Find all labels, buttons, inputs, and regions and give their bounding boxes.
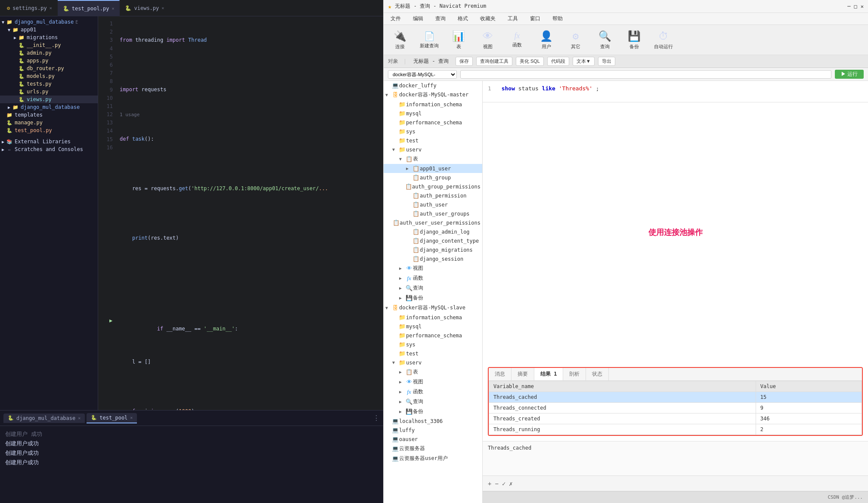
- confirm-btn[interactable]: ✓: [502, 480, 505, 487]
- tool-connect[interactable]: 🔌 连接: [388, 28, 412, 52]
- tab-views[interactable]: 🐍 views.py ✕: [120, 0, 170, 16]
- nav-tree-functions-section[interactable]: ▶ fx 函数: [384, 273, 482, 283]
- nav-tree-oauser[interactable]: 💻 oauser: [384, 435, 482, 444]
- nav-tree-slave-test[interactable]: 📁 test: [384, 349, 482, 358]
- nav-tree-info-schema[interactable]: 📁 information_schema: [384, 100, 482, 109]
- tree-manage[interactable]: 🐍 manage.py: [0, 119, 98, 127]
- tree-apps[interactable]: 🐍 apps.py: [0, 57, 98, 65]
- minimize-icon[interactable]: ─: [847, 3, 850, 9]
- menu-query[interactable]: 查询: [433, 14, 448, 23]
- sql-editor[interactable]: 1 show status like 'Threads%' ;: [483, 81, 868, 102]
- tree-models[interactable]: 🐍 models.py: [0, 72, 98, 80]
- nav-tree-slave-functions[interactable]: ▶ fx 函数: [384, 387, 482, 397]
- bottom-tab-django[interactable]: 🐍 django_mul_database ✕: [3, 414, 85, 423]
- nav-tree-slave-userv[interactable]: ▼ 📁 userv: [384, 358, 482, 367]
- nav-tree-auth-user-groups[interactable]: 📋 auth_user_groups: [384, 209, 482, 218]
- tree-admin[interactable]: 🐍 admin.py: [0, 49, 98, 57]
- tree-tests[interactable]: 🐍 tests.py: [0, 80, 98, 88]
- tree-urls[interactable]: 🐍 urls.py: [0, 88, 98, 96]
- nav-tree-sys[interactable]: 📁 sys: [384, 127, 482, 136]
- query-builder-btn[interactable]: 查询创建工具: [476, 57, 512, 66]
- export-btn[interactable]: 导出: [598, 57, 615, 66]
- add-row-btn[interactable]: +: [488, 480, 491, 487]
- search-input[interactable]: [460, 70, 831, 79]
- menu-tools[interactable]: 工具: [505, 14, 521, 23]
- result-tab-message[interactable]: 消息: [489, 368, 512, 380]
- result-tab-result1[interactable]: 结果 1: [534, 368, 563, 380]
- bottom-tab-testpool[interactable]: 🐍 test_pool ✕: [87, 413, 137, 423]
- nav-tree-auth-group-perm[interactable]: 📋 auth_group_permissions: [384, 182, 482, 191]
- tree-templates[interactable]: 📁 templates: [0, 111, 98, 119]
- nav-tree-backup-section[interactable]: ▶ 💾 备份: [384, 293, 482, 303]
- more-options-icon[interactable]: ⋮: [373, 414, 380, 422]
- nav-tree-django-ct[interactable]: 📋 django_content_type: [384, 236, 482, 245]
- nav-tree-slave-tables[interactable]: ▶ 📋 表: [384, 367, 482, 377]
- table-row[interactable]: Threads_created 346: [489, 414, 862, 424]
- close-testpool-tab[interactable]: ✕: [112, 6, 114, 11]
- nav-tree-mysql[interactable]: 📁 mysql: [384, 109, 482, 118]
- nav-tree-tables-section[interactable]: ▼ 📋 表: [384, 154, 482, 164]
- tool-autorun[interactable]: ⏱ 自动运行: [651, 28, 676, 52]
- table-row[interactable]: Threads_cached 15: [489, 392, 862, 403]
- nav-tree-slave-info-schema[interactable]: 📁 information_schema: [384, 313, 482, 322]
- tree-scratches[interactable]: ▶ ✏ Scratches and Consoles: [0, 145, 98, 153]
- close-settings-tab[interactable]: ✕: [50, 6, 52, 10]
- table-row[interactable]: Threads_running 2: [489, 424, 862, 435]
- nav-tree-queries-section[interactable]: ▶ 🔍 查询: [384, 283, 482, 293]
- nav-tree-slave-views[interactable]: ▶ 👁 视图: [384, 377, 482, 387]
- menu-file[interactable]: 文件: [388, 14, 403, 23]
- result-tab-profile[interactable]: 剖析: [563, 368, 586, 380]
- close-testpool-bottom-tab[interactable]: ✕: [130, 415, 133, 420]
- nav-tree-app01-user[interactable]: ▶ 📋 app01_user: [384, 164, 482, 173]
- tool-view[interactable]: 👁 视图: [476, 28, 500, 52]
- nav-tree-test[interactable]: 📁 test: [384, 136, 482, 145]
- tab-settings[interactable]: ⚙ settings.py ✕: [2, 0, 58, 16]
- menu-favorites[interactable]: 收藏夹: [477, 14, 498, 23]
- tree-dbrouter[interactable]: 🐍 db_router.py: [0, 65, 98, 72]
- cancel-row-btn[interactable]: ✗: [509, 480, 512, 487]
- menu-format[interactable]: 格式: [455, 14, 471, 23]
- code-editor[interactable]: 1 2 3 4 5 6 7 8 9 10 11 12 13 14 15 16: [98, 16, 383, 410]
- tool-new-query[interactable]: 📄 新建查询: [417, 29, 441, 51]
- nav-tree-slave-backup[interactable]: ▶ 💾 备份: [384, 407, 482, 417]
- close-django-tab[interactable]: ✕: [78, 416, 81, 420]
- nav-tree-userv-master[interactable]: ▼ 📁 userv: [384, 145, 482, 154]
- text-btn[interactable]: 文本▼: [573, 57, 595, 66]
- nav-tree-auth-user-perm[interactable]: 📋 auth_user_user_permissions: [384, 218, 482, 227]
- menu-edit[interactable]: 编辑: [410, 14, 426, 23]
- close-views-tab[interactable]: ✕: [161, 6, 164, 10]
- tool-table[interactable]: 📊 表: [446, 28, 471, 52]
- tree-init[interactable]: 🐍 __init__.py: [0, 41, 98, 49]
- result-tab-summary[interactable]: 摘要: [512, 368, 534, 380]
- maximize-icon[interactable]: □: [854, 3, 857, 9]
- nav-tree-mysql-slave[interactable]: ▼ 🗄 docker容器-MySQL-slave: [384, 303, 482, 313]
- tree-project-root[interactable]: ▼ 📁 django_mul_database E: [0, 18, 98, 26]
- nav-tree-mysql-master[interactable]: ▼ 🗄 docker容器-MySQL-master: [384, 90, 482, 100]
- nav-tree-luffy[interactable]: 💻 luffy: [384, 426, 482, 435]
- nav-tree-auth-group[interactable]: 📋 auth_group: [384, 173, 482, 182]
- nav-tree-slave-perf[interactable]: 📁 performance_schema: [384, 331, 482, 340]
- nav-tree-cloud-server[interactable]: 💻 云资服务器: [384, 444, 482, 454]
- nav-tree-slave-queries[interactable]: ▶ 🔍 查询: [384, 397, 482, 407]
- db-selector[interactable]: docker容器-MySQL-: [388, 70, 457, 79]
- tree-views[interactable]: 🐍 views.py: [0, 96, 98, 103]
- tree-testpool[interactable]: 🐍 test_pool.py: [0, 127, 98, 134]
- nav-tree-slave-sys[interactable]: 📁 sys: [384, 340, 482, 349]
- menu-help[interactable]: 帮助: [550, 14, 565, 23]
- nav-tree-django-admin-log[interactable]: 📋 django_admin_log: [384, 227, 482, 236]
- nav-tree-slave-mysql[interactable]: 📁 mysql: [384, 322, 482, 331]
- remove-row-btn[interactable]: −: [495, 480, 498, 487]
- nav-tree-cloud-user[interactable]: 💻 云资服务器user用户: [384, 454, 482, 463]
- nav-tree-perf-schema[interactable]: 📁 performance_schema: [384, 118, 482, 127]
- beautify-btn[interactable]: 美化 SQL: [516, 57, 544, 66]
- code-snippet-btn[interactable]: 代码段: [547, 57, 569, 66]
- tree-django-folder[interactable]: ▶ 📁 django_mul_database: [0, 103, 98, 111]
- tool-other[interactable]: ⚙ 其它: [564, 28, 588, 52]
- tool-function[interactable]: fx 函数: [505, 30, 529, 50]
- result-tab-status[interactable]: 状态: [586, 368, 609, 380]
- nav-tree-auth-permission[interactable]: 📋 auth_permission: [384, 191, 482, 200]
- tool-backup[interactable]: 💾 备份: [622, 28, 646, 52]
- tree-migrations[interactable]: ▶ 📁 migrations: [0, 34, 98, 41]
- tree-external-libs[interactable]: ▶ 📚 External Libraries: [0, 138, 98, 145]
- nav-tree-django-session[interactable]: 📋 django_session: [384, 254, 482, 263]
